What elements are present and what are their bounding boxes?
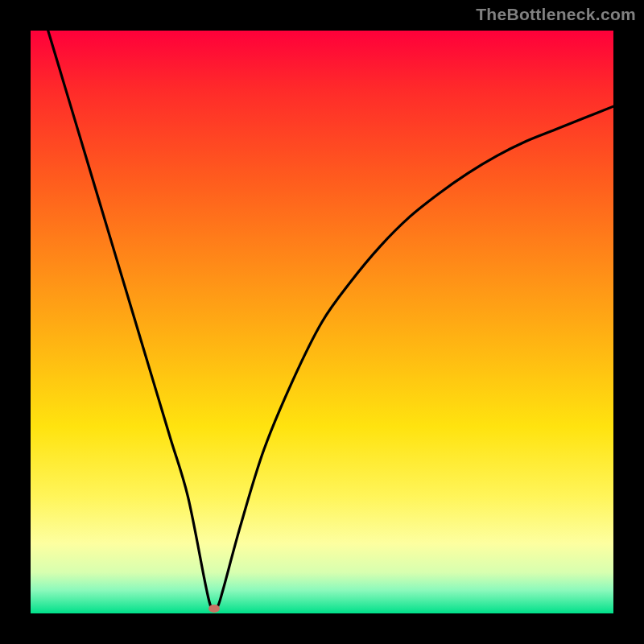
bottleneck-curve [31,31,613,613]
attribution-label: TheBottleneck.com [476,5,636,24]
plot-area [31,31,613,613]
chart-frame: TheBottleneck.com [0,0,644,644]
optimum-marker-dot [208,605,220,613]
